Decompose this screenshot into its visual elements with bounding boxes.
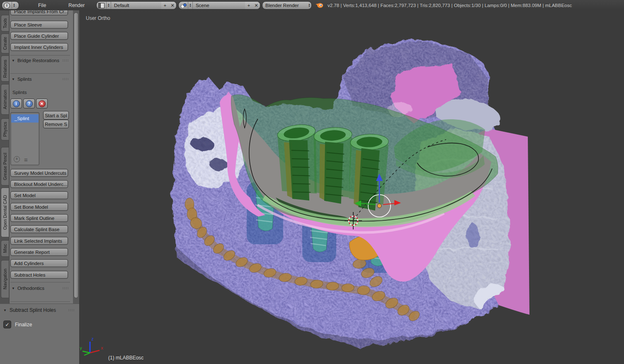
svg-text:z: z (91, 337, 94, 341)
tool-shelf-scrollbar[interactable] (73, 10, 79, 304)
splint-list-item[interactable]: _Splint (11, 114, 39, 123)
finalize-checkbox[interactable]: ✓ (3, 321, 11, 328)
scene-spinner[interactable]: ▲▼ (188, 2, 193, 9)
add-circle-icon[interactable]: + (14, 156, 20, 162)
splint-help-button[interactable]: ? (23, 99, 35, 108)
scene-selector[interactable]: ▲▼ Scene + ✕ (178, 1, 260, 10)
menu-file[interactable]: File (34, 0, 50, 10)
collapse-triangle-icon[interactable]: ▼ (3, 309, 7, 312)
screen-layout-delete-button[interactable]: ✕ (169, 2, 176, 9)
scrollbar-thumb[interactable] (74, 12, 78, 298)
screen-layout-spinner[interactable]: ▲▼ (107, 2, 111, 9)
tab-relations[interactable]: Relations (1, 55, 9, 82)
scene-statistics: v2.78 | Verts:1,413,648 | Faces:2,797,72… (328, 0, 572, 10)
check-icon: ✓ (5, 322, 9, 328)
menu-render[interactable]: Render (64, 0, 89, 10)
blender-window: i ▲▼ File Render Window Help ▲▼ Default … (0, 0, 624, 364)
place-guide-cylinder-button[interactable]: Place Guide Cylinder (10, 32, 68, 40)
panel-header-splints[interactable]: ▼ Splints (12, 76, 70, 82)
render-engine-select[interactable]: Blender Render ▲▼ (262, 1, 312, 10)
question-icon: ? (26, 100, 33, 107)
finalize-label: Finalize (15, 322, 32, 328)
tool-shelf-panels: Place Implants From Cr... Place Sleeve P… (9, 10, 73, 304)
collapse-triangle-icon[interactable]: ▼ (12, 59, 15, 63)
place-sleeve-button[interactable]: Place Sleeve (10, 21, 68, 29)
tab-grease-pencil[interactable]: Grease Pencil (1, 147, 9, 186)
screen-layout-add-button[interactable]: + (161, 2, 169, 9)
splint-error-button[interactable]: ✕ (36, 99, 48, 108)
panel-grip-icon[interactable] (62, 59, 69, 62)
scene-icon (180, 3, 186, 8)
start-splint-button[interactable]: Start a Spl (43, 111, 69, 120)
collapse-triangle-icon[interactable]: ▼ (12, 287, 15, 290)
view-name-label: User Ortho (86, 15, 110, 21)
render-engine-value: Blender Render (262, 2, 307, 9)
resize-handle-icon[interactable]: ≡ (24, 156, 28, 163)
set-bone-model-button[interactable]: Set Bone Model (10, 203, 68, 211)
panel-grip-icon[interactable] (62, 78, 69, 80)
calculate-splint-base-button[interactable]: Calculate Splint Base (10, 225, 68, 233)
place-implants-button[interactable]: Place Implants From Cr... (10, 10, 68, 15)
screen-layout-value[interactable]: Default (111, 2, 161, 9)
svg-text:y: y (80, 346, 82, 350)
finalize-option[interactable]: ✓ Finalize (3, 321, 32, 328)
tab-open-dental-cad[interactable]: Open Dental CAD (1, 188, 9, 237)
panel-divider (10, 73, 70, 74)
generate-report-button[interactable]: Generate Report (10, 248, 68, 256)
render-engine-spinner[interactable]: ▲▼ (307, 2, 311, 9)
panel-divider (10, 282, 70, 282)
survey-model-undercuts-button[interactable]: Survey Model Undercuts (10, 169, 68, 177)
panel-header-bridge-restorations[interactable]: ▼ Bridge Restorations (12, 57, 70, 64)
tab-animation[interactable]: Animation (1, 84, 9, 115)
panel-grip-icon[interactable] (62, 287, 69, 289)
tool-shelf: Tools Create Relations Animation Physics… (0, 10, 79, 364)
blender-logo (315, 2, 323, 10)
subtract-holes-button[interactable]: Subtract Holes (10, 271, 68, 279)
remove-splint-button[interactable]: Remove S (43, 120, 69, 128)
window-type-selector[interactable]: i ▲▼ (2, 1, 19, 10)
tab-misc[interactable]: Misc (1, 240, 9, 257)
panel-divider (10, 55, 70, 55)
panel-header-orthodontics[interactable]: ▼ Orthodontics (12, 285, 70, 292)
tab-create[interactable]: Create (1, 34, 9, 53)
screen-layout-selector[interactable]: ▲▼ Default + ✕ (96, 1, 177, 10)
top-header: i ▲▼ File Render Window Help ▲▼ Default … (0, 0, 624, 11)
tab-tools[interactable]: Tools (1, 15, 9, 31)
blockout-model-undercuts-button[interactable]: Blockout Model Underc... (10, 180, 68, 188)
set-model-button[interactable]: Set Model (10, 191, 68, 199)
collapse-triangle-icon[interactable]: ▼ (12, 77, 15, 81)
panel-header-subtract-splint-holes[interactable]: ▼ Subtract Splint Holes (3, 307, 76, 313)
add-cylinders-button[interactable]: Add Cylinders (10, 259, 68, 267)
implant-inner-cylinders-button[interactable]: Implant Inner Cylinders (10, 43, 68, 51)
manipulator-origin[interactable] (377, 204, 381, 208)
viewport-scene: z x y (79, 10, 624, 364)
splints-label: Splints (12, 90, 27, 95)
scene-add-button[interactable]: + (245, 2, 253, 9)
viewport-3d[interactable]: z x y User Ortho (1) mLABBEosc (79, 10, 624, 364)
mark-splint-outline-button[interactable]: Mark Splint Outline (10, 214, 68, 222)
tab-navigation[interactable]: Navigation (1, 260, 9, 298)
info-icon: i (4, 2, 10, 9)
splint-info-button[interactable]: i (10, 99, 22, 108)
info-icon: i (13, 100, 20, 107)
window-type-spinner[interactable]: ▲▼ (12, 2, 16, 9)
screen-layout-icon (98, 3, 104, 8)
operator-panel: ▼ Subtract Splint Holes ✓ Finalize (0, 304, 79, 364)
panel-divider (10, 301, 70, 302)
active-object-label: (1) mLABBEosc (108, 355, 143, 361)
tool-shelf-tab-strip: Tools Create Relations Animation Physics… (0, 10, 10, 304)
splint-list[interactable]: _Splint + ≡ (10, 112, 39, 165)
error-icon: ✕ (39, 100, 46, 107)
svg-text:x: x (101, 346, 103, 350)
panel-grip-icon[interactable] (68, 309, 75, 311)
scene-value[interactable]: Scene (193, 2, 245, 9)
link-selected-implants-button[interactable]: Link Selected Implants (10, 237, 68, 245)
scene-delete-button[interactable]: ✕ (253, 2, 260, 9)
tab-physics[interactable]: Physics (1, 118, 9, 140)
